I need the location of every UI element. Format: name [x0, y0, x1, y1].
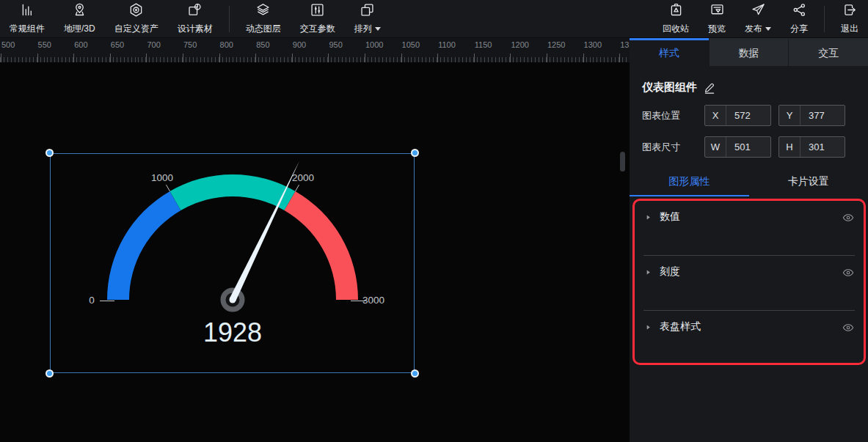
tab-graphic-props[interactable]: 图形属性 [630, 175, 749, 196]
input-value[interactable]: 501 [726, 141, 751, 152]
toolbar-button-interaction-params[interactable]: 交互参数 [291, 0, 345, 37]
ruler-label: 750 [183, 40, 197, 49]
field-row: 图表尺寸W501H301 [642, 136, 856, 158]
share-nodes-icon [792, 2, 807, 21]
section-scale[interactable]: 刻度 [635, 256, 864, 310]
ruler-label: 1000 [365, 40, 383, 49]
panel-sub-tabs: 图形属性卡片设置 [630, 175, 868, 196]
toolbar-button-label: 常规组件 [10, 23, 45, 35]
tab-style[interactable]: 样式 [630, 38, 709, 66]
hexagon-nut-icon [128, 2, 144, 21]
gauge-component-selected[interactable]: 01000200030001928 [50, 153, 415, 373]
toolbar-button-label: 自定义资产 [114, 23, 158, 35]
gauge-tick-label: 3000 [362, 295, 384, 306]
ruler-label: 550 [38, 40, 51, 49]
ruler-major-tick [510, 54, 511, 62]
top-toolbar: 常规组件地理/3D自定义资产设计素材动态图层交互参数排列 回收站预览发布分享退出 [0, 0, 868, 38]
tab-interaction[interactable]: 交互 [788, 38, 868, 66]
gauge-segment [285, 191, 359, 300]
toolbar-button-recycle-bin[interactable]: 回收站 [653, 0, 699, 37]
ruler-minor-ticks [0, 57, 630, 62]
eye-icon[interactable] [842, 320, 854, 334]
edit-title-icon[interactable] [704, 82, 715, 94]
toolbar-right-group: 回收站预览发布分享退出 [653, 0, 868, 37]
map-pin-icon [72, 2, 87, 21]
chart-x-input[interactable]: X572 [704, 105, 771, 126]
ruler-major-tick [583, 54, 584, 62]
tutorial-highlight-box: 数值刻度表盘样式 [632, 199, 866, 365]
selection-handle-top-left[interactable] [45, 149, 54, 157]
ruler-label: 1100 [438, 40, 456, 49]
selection-handle-bottom-right[interactable] [411, 369, 419, 377]
input-value[interactable]: 377 [800, 110, 825, 121]
toolbar-button-preview[interactable]: 预览 [699, 0, 735, 37]
toolbar-button-label: 排列 [354, 23, 381, 35]
toolbar-button-components[interactable]: 常规组件 [0, 0, 54, 37]
toolbar-separator [229, 6, 230, 32]
input-key-label: X [705, 106, 726, 125]
toolbar-button-arrange[interactable]: 排列 [345, 0, 390, 37]
section-label: 数值 [660, 210, 680, 224]
ruler-label: 850 [256, 40, 269, 49]
field-label: 图表尺寸 [642, 141, 704, 154]
ruler-major-tick [255, 54, 256, 62]
toolbar-button-geo-3d[interactable]: 地理/3D [54, 0, 105, 37]
caret-right-icon [644, 210, 652, 221]
section-label: 刻度 [660, 265, 680, 279]
chart-h-input[interactable]: H301 [778, 136, 845, 158]
field-row: 图表位置X572Y377 [642, 105, 856, 126]
ruler-major-tick [146, 54, 147, 62]
paper-plane-icon [751, 2, 766, 21]
toolbar-button-label: 分享 [790, 23, 808, 35]
toolbar-button-publish[interactable]: 发布 [735, 0, 781, 37]
toolbar-button-dynamic-layers[interactable]: 动态图层 [236, 0, 291, 37]
arrange-icon [360, 2, 375, 21]
toolbar-button-share[interactable]: 分享 [781, 0, 817, 37]
monitor-icon [710, 2, 725, 21]
ruler-major-tick [292, 54, 293, 62]
ruler-major-tick [474, 54, 475, 62]
chart-y-input[interactable]: Y377 [778, 105, 845, 126]
design-canvas[interactable]: 5005506006507007508008509009501000105011… [0, 38, 630, 442]
toolbar-button-label: 交互参数 [300, 23, 335, 35]
tab-data[interactable]: 数据 [709, 38, 789, 66]
chevron-down-icon [765, 27, 771, 31]
ruler-major-tick [73, 54, 74, 62]
tab-card-settings[interactable]: 卡片设置 [749, 175, 868, 196]
toolbar-button-label: 设计素材 [178, 23, 213, 35]
gauge-tick-label: 1000 [151, 172, 173, 183]
section-dial-style[interactable]: 表盘样式 [635, 311, 864, 365]
ruler-major-tick [619, 54, 620, 62]
ruler-major-tick [328, 54, 329, 62]
toolbar-button-label: 动态图层 [246, 23, 281, 35]
component-title: 仪表图组件 [642, 81, 697, 95]
exit-icon [842, 2, 858, 21]
ruler-major-tick [401, 54, 402, 62]
input-value[interactable]: 301 [800, 141, 825, 152]
toolbar-button-label: 预览 [708, 23, 726, 35]
selection-handle-bottom-left[interactable] [45, 369, 54, 377]
ruler-major-tick [547, 54, 547, 62]
toolbar-button-exit[interactable]: 退出 [831, 0, 868, 37]
ruler-major-tick [1, 54, 1, 62]
toolbar-button-custom-assets[interactable]: 自定义资产 [105, 0, 168, 37]
ruler-label: 500 [1, 40, 15, 49]
ruler-label: 1050 [402, 40, 420, 49]
chart-w-input[interactable]: W501 [704, 136, 771, 158]
input-value[interactable]: 572 [726, 110, 751, 121]
ruler-major-tick [437, 54, 438, 62]
chevron-down-icon [375, 27, 381, 31]
selection-handle-top-right[interactable] [411, 149, 419, 157]
vertical-scrollbar-thumb[interactable] [620, 152, 625, 172]
toolbar-button-design-assets[interactable]: 设计素材 [168, 0, 222, 37]
ruler-label: 700 [147, 40, 160, 49]
eye-icon[interactable] [842, 210, 854, 224]
eye-icon[interactable] [842, 265, 854, 279]
toolbar-button-label: 地理/3D [64, 23, 95, 35]
ruler-label: 800 [220, 40, 233, 49]
shapes-icon [187, 2, 203, 21]
toolbar-button-label: 回收站 [663, 23, 689, 35]
section-value[interactable]: 数值 [635, 201, 864, 255]
ruler-label: 1250 [547, 40, 565, 49]
input-key-label: Y [779, 106, 800, 125]
